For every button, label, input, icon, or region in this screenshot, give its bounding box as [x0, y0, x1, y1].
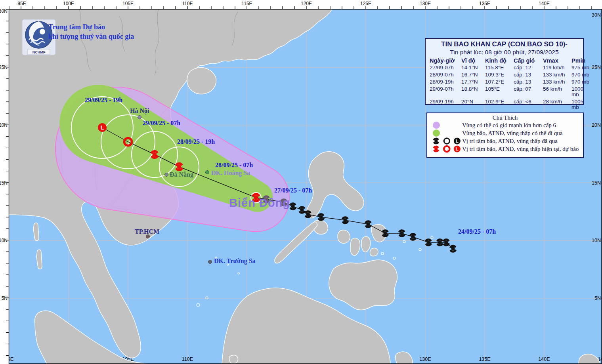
- right-axis-label: 20N: [592, 122, 601, 128]
- legend-item: LVị trí tâm bão, ATNĐ, vùng thấp hiện tạ…: [427, 145, 583, 153]
- bulletin-title: TIN BAO KHAN CAP (CON BAO SO 10)-: [426, 40, 583, 48]
- legend-item-label: Vị trí tâm bão, ATNĐ, vùng thấp hiện tại…: [462, 146, 579, 152]
- bulletin-cell: 18.8°N: [461, 86, 485, 97]
- past-low-legend-icon: L: [452, 137, 462, 145]
- city-dot: [138, 116, 141, 119]
- bulletin-cell: 133 km/h: [543, 79, 571, 85]
- legend-item: Vùng bão, ATNĐ, vùng thấp có thể đi qua: [427, 129, 583, 137]
- forecast-time-label: 27/09/25 - 07h: [274, 187, 312, 194]
- java-islet: [229, 355, 238, 364]
- storm-area-swatch: [431, 129, 441, 137]
- forecast-time-label: 24/09/25 - 07h: [458, 228, 496, 235]
- bottom-axis-label: 130E: [419, 356, 431, 362]
- right-axis-label: 25N: [592, 65, 601, 70]
- top-axis-label: 100E: [63, 1, 74, 6]
- legend-item-icons: L: [427, 145, 462, 153]
- left-axis-label: 20N: [0, 122, 8, 128]
- bottom-axis-label: 140E: [538, 356, 550, 362]
- legend-item: Vùng có thể có gió mạnh lớn hơn cấp 6: [427, 121, 583, 129]
- left-axis-label: 5N: [2, 295, 8, 301]
- bulletin-cell: 29/09-07h: [430, 86, 461, 97]
- agency-name-line2: khí tượng thuỷ văn quốc gia: [48, 32, 134, 41]
- right-axis-label: 30N: [592, 12, 601, 18]
- place-label: Hà Nội: [130, 107, 149, 114]
- bulletin-cell: 17.7°N: [461, 79, 485, 85]
- place-label: Đà Nẵng: [170, 171, 193, 178]
- city-dot: [165, 173, 168, 177]
- left-axis-label: 30N: [0, 8, 8, 14]
- legend-cyclone: [433, 138, 439, 145]
- bulletin-cell: 16.7°N: [461, 72, 485, 78]
- legend-ring: [444, 138, 449, 144]
- place-label: TP.HCM: [135, 228, 159, 235]
- forecast-time-label: 28/09/25 - 19h: [177, 138, 215, 145]
- legend-item-icons: [427, 129, 462, 137]
- legend-item-icons: [427, 121, 462, 130]
- sea-name-label: Biển Đông: [229, 196, 290, 210]
- bulletin-cell: 109.3°E: [485, 72, 514, 78]
- bulletin-column-header: Vĩ độ: [461, 58, 485, 63]
- past-cyclone-legend-icon: [431, 137, 441, 145]
- city-dot: [206, 171, 209, 174]
- right-axis-label: 15N: [592, 180, 601, 186]
- legend-item-icons: L: [427, 137, 462, 145]
- top-axis-label: 115E: [241, 1, 252, 6]
- top-axis-label: 125E: [360, 1, 371, 6]
- bulletin-cell: 970 mb: [571, 79, 591, 85]
- bulletin-cell: 29/09-19h: [430, 99, 461, 110]
- bottom-axis-label: 135E: [479, 356, 490, 362]
- legend-item: LVị trí tâm bão, ATNĐ, vùng thấp đã qua: [427, 137, 583, 145]
- top-axis-label: 140E: [539, 1, 550, 6]
- legend-low-letter: L: [456, 147, 459, 151]
- bulletin-cell: 102.9°E: [485, 99, 514, 110]
- panay-island: [338, 230, 350, 243]
- bulletin-column-header: Kinh độ: [485, 58, 514, 63]
- bulletin-table: Ngày-giờVĩ độKinh độCấp gióVmaxPmin27/09…: [426, 58, 583, 110]
- bulletin-cell: 105°E: [485, 86, 514, 97]
- legend-dot: [433, 122, 440, 129]
- place-label: ĐK. Hoàng Sa: [211, 170, 250, 177]
- bottom-axis-label: 110E: [182, 356, 193, 362]
- bulletin-cell: 14.1°N: [461, 65, 485, 71]
- bulletin-column-header: Pmin: [571, 58, 591, 63]
- top-axis-label: 105E: [122, 1, 134, 6]
- hainan-island: [187, 67, 216, 94]
- legend-ring: [444, 146, 449, 152]
- legend-title: Chú Thích: [427, 114, 583, 121]
- left-axis-label: 15N: [0, 180, 8, 186]
- top-axis-label: 110E: [182, 1, 193, 6]
- bulletin-cell: 115.8°E: [485, 65, 514, 71]
- legend-box: Chú Thích Vùng có thể có gió mạnh lớn hơ…: [426, 112, 584, 158]
- right-axis-label: 5N: [594, 295, 601, 301]
- agency-name-line1: Trung tâm Dự báo: [48, 23, 105, 31]
- storm-bulletin-box: TIN BAO KHAN CAP (CON BAO SO 10)- Tin ph…: [425, 38, 584, 105]
- left-axis-label: 10N: [0, 238, 8, 243]
- bulletin-cell: 1005 mb: [571, 99, 591, 110]
- bulletin-cell: 28/09-07h: [430, 72, 461, 78]
- bulletin-issued-time: Tin phát lúc: 08 giờ 00 phút, 27/09/2025: [426, 49, 583, 56]
- bulletin-cell: cấp: 13: [514, 79, 543, 85]
- low-letter: L: [100, 124, 104, 131]
- bulletin-cell: 20°N: [461, 99, 485, 110]
- bulletin-cell: 28/09-19h: [430, 79, 461, 85]
- current-cyclone-legend-icon: [431, 145, 441, 153]
- place-label: ĐK. Trường Sa: [214, 257, 256, 265]
- logo-text: NCHMF: [32, 50, 46, 54]
- storm-track-map: 95E100E105E110E115E120E125E130E135E140E1…: [0, 0, 602, 364]
- bulletin-cell: 970 mb: [571, 72, 591, 78]
- bulletin-cell: cấp: 13: [514, 72, 543, 78]
- bohol-island: [370, 248, 378, 256]
- bulletin-cell: 56 km/h: [543, 86, 571, 97]
- bulletin-cell: 28 km/h: [543, 99, 571, 110]
- past-depression-legend-icon: [442, 137, 452, 145]
- legend-dot: [433, 130, 440, 137]
- bulletin-column-header: Cấp gió: [514, 58, 543, 63]
- forecast-time-label: 29/09/25 - 07h: [143, 120, 180, 127]
- forecast-low-icon: L: [98, 123, 107, 132]
- current-low-legend-icon: L: [452, 145, 462, 153]
- legend-item-label: Vị trí tâm bão, ATNĐ, vùng thấp đã qua: [462, 138, 558, 145]
- top-axis-label: 95E: [17, 1, 26, 6]
- bulletin-cell: 119 km/h: [543, 65, 571, 71]
- wind-area-swatch: [431, 121, 441, 130]
- top-axis-label: 120E: [301, 1, 312, 6]
